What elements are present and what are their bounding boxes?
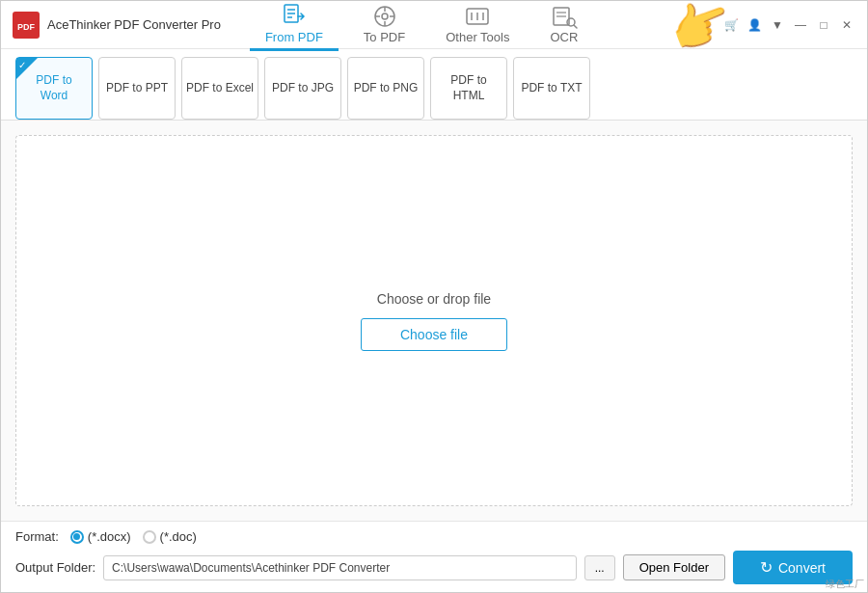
- format-doc-label: (*.doc): [160, 529, 197, 544]
- bottom-bar: Format: (*.docx) (*.doc) Output Folder: …: [1, 521, 867, 592]
- titlebar-controls: 🛒 👤 ▼ — □ ✕: [722, 16, 855, 34]
- active-checkmark: [16, 58, 38, 79]
- tab-other-tools-label: Other Tools: [446, 30, 509, 44]
- app-window: PDF AceThinker PDF Converter Pro From PD…: [0, 0, 868, 593]
- format-row: Format: (*.docx) (*.doc): [15, 529, 853, 544]
- tab-to-pdf-label: To PDF: [364, 30, 405, 44]
- conversion-tabs: PDF toWord PDF to PPT PDF to Excel PDF t…: [1, 49, 867, 121]
- app-title: AceThinker PDF Converter Pro: [47, 17, 221, 32]
- conv-tab-pdf-to-jpg[interactable]: PDF to JPG: [264, 57, 341, 120]
- output-row: Output Folder: ... Open Folder ↻ Convert: [15, 551, 853, 584]
- choose-file-button[interactable]: Choose file: [361, 318, 507, 351]
- format-doc-option[interactable]: (*.doc): [143, 529, 197, 544]
- tab-ocr-label: OCR: [550, 30, 578, 44]
- conv-tab-pdf-to-word[interactable]: PDF toWord: [15, 57, 93, 120]
- svg-point-7: [382, 13, 388, 19]
- maximize-button[interactable]: □: [815, 16, 832, 34]
- radio-docx[interactable]: [70, 530, 84, 544]
- tab-ocr[interactable]: OCR: [534, 0, 593, 51]
- ocr-icon: [551, 3, 578, 30]
- conv-tab-pdf-to-ppt-label: PDF to PPT: [106, 81, 168, 96]
- svg-text:PDF: PDF: [17, 22, 36, 32]
- svg-line-20: [574, 25, 577, 28]
- conv-tab-pdf-to-word-label: PDF toWord: [36, 73, 71, 103]
- minimize-button[interactable]: —: [792, 16, 809, 34]
- open-folder-button[interactable]: Open Folder: [623, 554, 725, 580]
- output-folder-label: Output Folder:: [15, 560, 95, 575]
- format-docx-label: (*.docx): [88, 529, 131, 544]
- conv-tab-pdf-to-excel[interactable]: PDF to Excel: [181, 57, 258, 120]
- conv-tab-pdf-to-png-label: PDF to PNG: [354, 81, 419, 96]
- conv-tab-pdf-to-html[interactable]: PDF toHTML: [430, 57, 507, 120]
- close-button[interactable]: ✕: [838, 16, 855, 34]
- user-button[interactable]: 👤: [746, 16, 763, 34]
- watermark: 绿色工厂: [826, 578, 864, 591]
- conv-tab-pdf-to-jpg-label: PDF to JPG: [272, 81, 334, 96]
- format-docx-option[interactable]: (*.docx): [70, 529, 131, 544]
- conv-tab-pdf-to-txt[interactable]: PDF to TXT: [513, 57, 590, 120]
- tab-from-pdf[interactable]: From PDF: [250, 0, 339, 51]
- to-pdf-icon: [371, 3, 398, 30]
- tab-other-tools[interactable]: Other Tools: [430, 0, 525, 51]
- drop-area-container: Choose or drop file Choose file: [1, 121, 867, 521]
- conv-tab-pdf-to-excel-label: PDF to Excel: [186, 81, 254, 96]
- conv-tab-pdf-to-txt-label: PDF to TXT: [521, 81, 582, 96]
- tab-to-pdf[interactable]: To PDF: [348, 0, 420, 51]
- output-path-input[interactable]: [103, 555, 577, 580]
- drop-area[interactable]: Choose or drop file Choose file: [15, 135, 853, 506]
- conv-tab-pdf-to-png[interactable]: PDF to PNG: [347, 57, 424, 120]
- convert-icon: ↻: [760, 558, 773, 577]
- format-label: Format:: [15, 529, 59, 544]
- tab-from-pdf-label: From PDF: [265, 30, 323, 44]
- app-logo: PDF: [13, 12, 40, 39]
- titlebar: PDF AceThinker PDF Converter Pro From PD…: [1, 1, 867, 49]
- browse-button[interactable]: ...: [584, 555, 615, 580]
- conv-tab-pdf-to-html-label: PDF toHTML: [450, 73, 486, 103]
- radio-doc[interactable]: [143, 530, 156, 544]
- from-pdf-icon: [281, 3, 308, 30]
- convert-label: Convert: [778, 560, 826, 576]
- conv-tab-pdf-to-ppt[interactable]: PDF to PPT: [98, 57, 176, 120]
- cart-button[interactable]: 🛒: [722, 16, 740, 34]
- drop-prompt: Choose or drop file: [377, 291, 491, 307]
- nav-tabs: From PDF To PDF: [250, 0, 593, 51]
- menu-button[interactable]: ▼: [769, 16, 786, 34]
- other-tools-icon: [464, 3, 491, 30]
